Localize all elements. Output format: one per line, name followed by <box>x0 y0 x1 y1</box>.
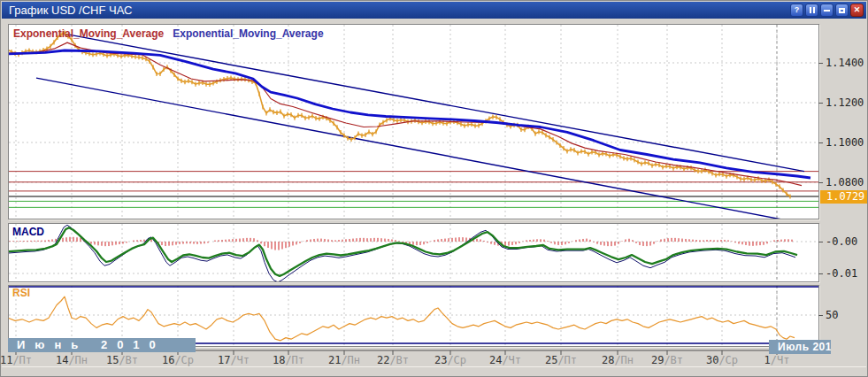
time-axis-label: 1/Чт <box>764 354 790 366</box>
indicator-legend: Exponential_Moving_AverageExponential_Mo… <box>13 27 324 40</box>
minimize-icon <box>824 10 830 12</box>
time-axis-label: 23/Ср <box>434 354 466 366</box>
time-axis-label: 16/Ср <box>162 354 194 366</box>
time-axis-label: 15/Вт <box>106 354 138 366</box>
rsi-canvas[interactable] <box>9 286 818 346</box>
time-axis-label: 24/Чт <box>489 354 521 366</box>
time-axis-label: 30/Ср <box>706 354 738 366</box>
current-price-badge: 1.0729 <box>820 190 868 204</box>
rsi-axis-tick: 50 <box>818 309 868 321</box>
time-axis-label: 22/Вт <box>377 354 409 366</box>
time-axis-label: 14/Пн <box>56 354 88 366</box>
price-chart-panel[interactable] <box>8 24 819 219</box>
month-badge-june: Июнь 2010 <box>8 338 196 352</box>
time-axis-label: 17/Чт <box>218 354 250 366</box>
macd-label: MACD <box>12 226 44 238</box>
window-bottom-edge <box>2 366 866 375</box>
time-axis-label: 28/Пн <box>602 354 634 366</box>
ema-red-legend-label: Exponential_Moving_Average <box>13 27 164 40</box>
macd-panel[interactable] <box>8 223 819 282</box>
price-axis-tick: 1.0800 <box>818 176 868 188</box>
close-button[interactable]: ✕ <box>850 4 864 17</box>
window-buttons: ? ✕ <box>790 4 864 17</box>
chart-window: График USD /CHF ЧАС ? ✕ Exponential_Movi… <box>0 0 868 377</box>
maximize-button[interactable] <box>835 4 849 17</box>
time-axis-label: 18/Пт <box>273 354 304 366</box>
price-chart-canvas[interactable] <box>9 25 818 219</box>
time-axis-label: 21/Пн <box>328 354 360 366</box>
price-axis-tick: 1.1200 <box>818 96 868 109</box>
pause-icon <box>810 7 815 13</box>
macd-canvas[interactable] <box>9 224 818 281</box>
time-axis-label: 25/Пт <box>545 354 577 366</box>
price-axis-tick: 1.1000 <box>818 136 868 149</box>
minimize-button[interactable] <box>820 4 833 17</box>
macd-axis-tick: -0.00 <box>818 235 868 248</box>
time-axis-label: 29/Вт <box>651 354 683 366</box>
rsi-label: RSI <box>12 287 30 299</box>
maximize-icon <box>839 8 845 13</box>
help-button[interactable]: ? <box>790 4 803 17</box>
price-axis-tick: 1.1400 <box>818 57 868 69</box>
pause-button[interactable] <box>805 4 818 17</box>
window-title: График USD /CHF ЧАС <box>9 4 132 17</box>
time-axis-label: 11/Пт <box>0 354 32 366</box>
macd-axis-tick: -0.01 <box>818 267 868 280</box>
window-titlebar[interactable]: График USD /CHF ЧАС ? ✕ <box>2 2 866 19</box>
month-badge-july: Июль 2010 <box>769 340 831 354</box>
ema-blue-legend-label: Exponential_Moving_Average <box>173 27 323 40</box>
